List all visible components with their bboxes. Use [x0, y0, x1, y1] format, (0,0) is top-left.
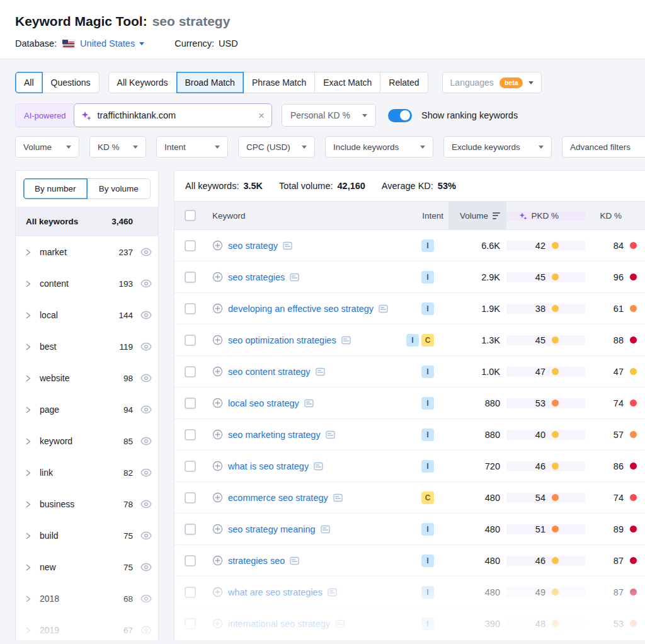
row-checkbox[interactable] — [185, 272, 196, 283]
volume-column-header[interactable]: Volume — [448, 202, 506, 229]
keyword-link[interactable]: local seo strategy — [228, 398, 299, 408]
serp-preview-icon[interactable] — [333, 493, 343, 502]
personal-kd-dropdown[interactable]: Personal KD % — [282, 104, 376, 127]
tab-phrase-match[interactable]: Phrase Match — [243, 72, 315, 93]
sidebar-group-2018[interactable]: 2018 68 — [16, 583, 158, 614]
eye-icon[interactable] — [140, 248, 152, 256]
serp-preview-icon[interactable] — [379, 304, 388, 313]
add-keyword-icon[interactable] — [212, 555, 223, 566]
keyword-link[interactable]: international seo strategy — [228, 619, 330, 629]
tab-questions[interactable]: Questions — [42, 72, 100, 93]
filter-exclude-keywords[interactable]: Exclude keywords — [443, 136, 552, 158]
tab-broad-match[interactable]: Broad Match — [176, 72, 244, 93]
serp-preview-icon[interactable] — [304, 399, 314, 408]
sidebar-group-page[interactable]: page 94 — [16, 394, 158, 425]
serp-preview-icon[interactable] — [290, 273, 299, 282]
sidebar-group-market[interactable]: market 237 — [16, 236, 158, 268]
row-checkbox[interactable] — [185, 524, 196, 535]
filter-cpc[interactable]: CPC (USD) — [238, 136, 315, 158]
keyword-link[interactable]: seo strategies — [228, 272, 285, 282]
eye-icon[interactable] — [140, 531, 152, 540]
eye-icon[interactable] — [140, 563, 152, 572]
tab-all-keywords[interactable]: All Keywords — [108, 72, 177, 93]
keyword-link[interactable]: developing an effective seo strategy — [228, 304, 374, 314]
sidebar-group-new[interactable]: new 75 — [16, 551, 158, 583]
add-keyword-icon[interactable] — [212, 524, 223, 534]
row-checkbox[interactable] — [185, 335, 196, 346]
database-selector[interactable]: United States — [80, 38, 144, 49]
serp-preview-icon[interactable] — [283, 241, 292, 250]
serp-preview-icon[interactable] — [290, 556, 299, 565]
row-checkbox[interactable] — [185, 587, 196, 598]
eye-icon[interactable] — [140, 279, 152, 288]
keyword-link[interactable]: seo optimization strategies — [228, 335, 336, 345]
sidebar-group-keyword[interactable]: keyword 85 — [16, 425, 158, 457]
row-checkbox[interactable] — [185, 398, 196, 409]
tab-related[interactable]: Related — [380, 72, 428, 93]
languages-dropdown[interactable]: Languages beta — [442, 72, 542, 93]
add-keyword-icon[interactable] — [212, 398, 223, 408]
keyword-link[interactable]: seo marketing strategy — [228, 430, 321, 440]
add-keyword-icon[interactable] — [212, 240, 223, 251]
kd-column-header[interactable]: KD % — [600, 211, 622, 221]
row-checkbox[interactable] — [185, 618, 196, 630]
keyword-link[interactable]: ecommerce seo strategy — [228, 493, 328, 503]
eye-icon[interactable] — [140, 311, 152, 319]
tab-all[interactable]: All — [15, 72, 43, 93]
pkd-column-header[interactable]: PKD % — [506, 211, 585, 221]
filter-kd[interactable]: KD % — [89, 136, 146, 158]
select-all-checkbox[interactable] — [185, 210, 196, 221]
keyword-link[interactable]: what are seo strategies — [228, 587, 322, 597]
sidebar-group-business[interactable]: business 78 — [16, 488, 158, 520]
eye-icon[interactable] — [140, 342, 152, 351]
keyword-link[interactable]: seo content strategy — [228, 367, 311, 377]
all-keywords-group[interactable]: All keywords 3,460 — [16, 207, 158, 236]
keyword-link[interactable]: strategies seo — [228, 556, 285, 566]
sidebar-group-build[interactable]: build 75 — [16, 520, 158, 551]
intent-column-header[interactable]: Intent — [422, 211, 443, 221]
row-checkbox[interactable] — [185, 240, 196, 251]
add-keyword-icon[interactable] — [212, 618, 223, 629]
tab-exact-match[interactable]: Exact Match — [314, 72, 380, 93]
keyword-link[interactable]: seo strategy — [228, 241, 278, 251]
row-checkbox[interactable] — [185, 555, 196, 566]
add-keyword-icon[interactable] — [212, 587, 223, 597]
add-keyword-icon[interactable] — [212, 335, 223, 345]
filter-intent[interactable]: Intent — [156, 136, 228, 158]
filter-include-keywords[interactable]: Include keywords — [325, 136, 433, 158]
serp-preview-icon[interactable] — [341, 336, 351, 345]
row-checkbox[interactable] — [185, 429, 196, 440]
search-input[interactable] — [97, 110, 253, 120]
serp-preview-icon[interactable] — [326, 430, 335, 439]
keyword-column-header[interactable]: Keyword — [212, 211, 246, 221]
eye-icon[interactable] — [140, 405, 152, 414]
row-checkbox[interactable] — [185, 492, 196, 503]
sidebar-group-website[interactable]: website 98 — [16, 362, 158, 394]
row-checkbox[interactable] — [185, 461, 196, 472]
sort-by-number-tab[interactable]: By number — [23, 178, 88, 199]
row-checkbox[interactable] — [185, 366, 196, 377]
sidebar-group-local[interactable]: local 144 — [16, 299, 158, 331]
eye-icon[interactable] — [140, 468, 152, 477]
sort-by-volume-tab[interactable]: By volume — [87, 178, 151, 199]
row-checkbox[interactable] — [185, 303, 196, 314]
filter-advanced[interactable]: Advanced filters — [562, 136, 645, 158]
add-keyword-icon[interactable] — [212, 461, 223, 471]
clear-search-icon[interactable]: × — [258, 110, 265, 121]
serp-preview-icon[interactable] — [335, 619, 345, 628]
add-keyword-icon[interactable] — [212, 429, 223, 440]
sidebar-group-link[interactable]: link 82 — [16, 457, 158, 488]
show-ranking-keywords-toggle[interactable] — [388, 109, 412, 122]
eye-icon[interactable] — [140, 594, 152, 603]
eye-icon[interactable] — [140, 626, 152, 635]
serp-preview-icon[interactable] — [321, 525, 330, 534]
eye-icon[interactable] — [140, 500, 152, 509]
sidebar-group-2019[interactable]: 2019 67 — [16, 614, 158, 640]
serp-preview-icon[interactable] — [314, 462, 323, 471]
eye-icon[interactable] — [140, 374, 152, 382]
sidebar-group-best[interactable]: best 119 — [16, 331, 158, 362]
serp-preview-icon[interactable] — [316, 367, 325, 376]
add-keyword-icon[interactable] — [212, 366, 223, 377]
add-keyword-icon[interactable] — [212, 303, 223, 314]
keyword-link[interactable]: what is seo strategy — [228, 461, 309, 471]
